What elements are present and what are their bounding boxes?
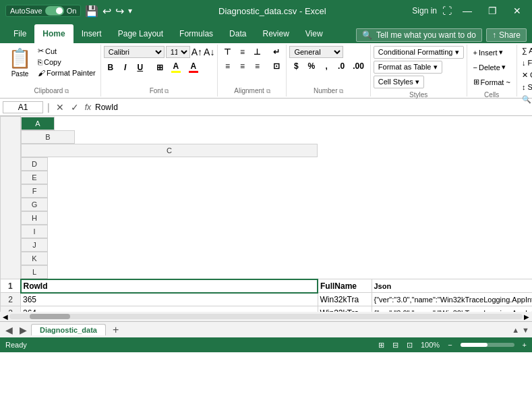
cancel-formula-icon[interactable]: ✕ xyxy=(54,102,66,113)
sort-filter-button[interactable]: ↕ Sort & Filter ▾ xyxy=(520,82,532,92)
comma-button[interactable]: , xyxy=(320,60,333,72)
cell-styles-button[interactable]: Cell Styles ▾ xyxy=(374,76,424,88)
zoom-in-icon[interactable]: + xyxy=(523,341,527,349)
row-number[interactable]: 3 xyxy=(1,306,21,312)
fill-color-button[interactable]: A xyxy=(168,60,184,74)
border-button[interactable]: ⊞ xyxy=(153,61,167,74)
minimize-btn[interactable]: — xyxy=(457,4,477,18)
hscroll-left-icon[interactable]: ◀ xyxy=(3,313,8,321)
format-as-table-button[interactable]: Format as Table ▾ xyxy=(374,61,442,74)
font-name-select[interactable]: Calibri xyxy=(104,46,165,58)
tab-page-layout[interactable]: Page Layout xyxy=(110,24,171,43)
maximize-btn[interactable]: ❐ xyxy=(483,4,502,18)
cell-a[interactable]: RowId xyxy=(21,279,318,293)
col-header-l[interactable]: L xyxy=(21,265,48,279)
autosave-switch[interactable] xyxy=(45,6,64,16)
formula-input[interactable] xyxy=(95,103,529,112)
number-format-select[interactable]: General xyxy=(289,46,343,58)
row-number[interactable]: 2 xyxy=(1,293,21,306)
underline-button[interactable]: U xyxy=(134,61,147,74)
increase-font-icon[interactable]: A↑ xyxy=(191,47,202,57)
align-left-button[interactable]: ≡ xyxy=(220,60,234,72)
currency-button[interactable]: $ xyxy=(289,60,303,72)
merge-cells-button[interactable]: ⊡ xyxy=(270,60,283,72)
cell-a[interactable]: 365 xyxy=(21,293,318,306)
format-cells-button[interactable]: ⊞ Format ~ xyxy=(470,76,514,88)
delete-cells-button[interactable]: − Delete ▾ xyxy=(470,61,509,74)
share-button[interactable]: ↑ Share xyxy=(486,28,527,42)
hscroll-bar[interactable]: ◀ ▶ xyxy=(0,312,532,321)
view-pagebreak-icon[interactable]: ⊡ xyxy=(407,341,413,350)
hscroll-track[interactable] xyxy=(9,314,523,319)
sheet-tab-next-icon[interactable]: ▶ xyxy=(17,325,30,335)
autosum-button[interactable]: ∑ AutoSum ▾ xyxy=(520,46,532,56)
vscroll-down-icon[interactable]: ▼ xyxy=(522,326,529,334)
col-header-g[interactable]: G xyxy=(21,198,48,211)
col-header-e[interactable]: E xyxy=(21,171,48,184)
ribbon-search[interactable]: 🔍 Tell me what you want to do xyxy=(356,28,482,42)
cell-b[interactable]: Win32kTra xyxy=(318,293,372,306)
font-size-select[interactable]: 11 xyxy=(166,46,190,58)
format-painter-button[interactable]: 🖌 Format Painter xyxy=(36,68,98,78)
tab-data[interactable]: Data xyxy=(221,24,254,43)
row-number[interactable]: 1 xyxy=(1,279,21,293)
insert-cells-button[interactable]: + Insert ▾ xyxy=(470,46,506,59)
hscroll-right-icon[interactable]: ▶ xyxy=(524,313,529,321)
tab-file[interactable]: File xyxy=(5,24,34,43)
middle-align-button[interactable]: ≡ xyxy=(235,46,249,58)
tab-view[interactable]: View xyxy=(297,24,331,43)
align-right-button[interactable]: ≡ xyxy=(250,60,264,72)
clear-button[interactable]: ✕ Clear ▾ xyxy=(520,70,532,80)
autosave-toggle[interactable]: AutoSave On xyxy=(5,5,81,17)
fill-button[interactable]: ↓ Fill ▾ xyxy=(520,58,532,68)
cell-reference-input[interactable] xyxy=(3,101,43,113)
col-header-b[interactable]: B xyxy=(21,130,75,144)
signin-link[interactable]: Sign in xyxy=(412,6,437,16)
bold-button[interactable]: B xyxy=(104,61,117,74)
cell-c[interactable]: {"ver":"3.0","name":"Win32kTraceLogging.… xyxy=(372,293,532,306)
increase-decimal-button[interactable]: .00 xyxy=(349,60,367,72)
cut-button[interactable]: ✂ Cut xyxy=(36,46,98,56)
cell-c[interactable]: {"ver":"3.0","name":"Win32kTraceLogging.… xyxy=(372,306,532,312)
top-align-button[interactable]: ⊤ xyxy=(220,46,234,58)
hscroll-thumb[interactable] xyxy=(30,314,70,319)
italic-button[interactable]: I xyxy=(119,61,132,74)
align-center-button[interactable]: ≡ xyxy=(235,60,249,72)
add-sheet-button[interactable]: + xyxy=(110,324,121,336)
grid-wrapper[interactable]: A B C D E F G H I J K L 1RowIdFullNameJs… xyxy=(0,116,532,312)
vscroll-up-icon[interactable]: ▲ xyxy=(512,326,519,334)
zoom-out-icon[interactable]: − xyxy=(448,341,452,349)
cell-b[interactable]: Win32kTra xyxy=(318,306,372,312)
font-color-button[interactable]: A xyxy=(185,60,202,74)
col-header-f[interactable]: F xyxy=(21,184,48,198)
tab-home[interactable]: Home xyxy=(34,24,73,43)
view-normal-icon[interactable]: ⊞ xyxy=(378,341,384,350)
col-header-h[interactable]: H xyxy=(21,211,48,225)
wrap-text-button[interactable]: ↵ xyxy=(270,46,283,58)
sheet-tab-diagnostic[interactable]: Diagnostic_data xyxy=(31,324,106,335)
col-header-k[interactable]: K xyxy=(21,252,48,265)
close-btn[interactable]: ✕ xyxy=(508,4,527,18)
cell-c[interactable]: Json xyxy=(372,279,532,293)
fullscreen-icon[interactable]: ⛶ xyxy=(442,5,452,16)
tab-insert[interactable]: Insert xyxy=(73,24,110,43)
save-icon[interactable]: 💾 xyxy=(85,5,98,18)
conditional-formatting-button[interactable]: Conditional Formatting ▾ xyxy=(374,46,464,59)
copy-button[interactable]: ⎘ Copy xyxy=(36,57,98,67)
percent-button[interactable]: % xyxy=(304,60,318,72)
cell-a[interactable]: 364 xyxy=(21,306,318,312)
cell-b[interactable]: FullName xyxy=(318,279,372,293)
confirm-formula-icon[interactable]: ✓ xyxy=(69,102,81,113)
decrease-font-icon[interactable]: A↓ xyxy=(204,47,214,57)
tab-review[interactable]: Review xyxy=(254,24,297,43)
col-header-a[interactable]: A xyxy=(21,117,55,130)
tab-formulas[interactable]: Formulas xyxy=(171,24,221,43)
paste-button[interactable]: 📋 Paste xyxy=(5,46,34,79)
col-header-i[interactable]: I xyxy=(21,225,48,238)
zoom-slider[interactable] xyxy=(461,343,514,347)
decrease-decimal-button[interactable]: .0 xyxy=(334,60,348,72)
bottom-align-button[interactable]: ⊥ xyxy=(250,46,264,58)
undo-icon[interactable]: ↩ xyxy=(102,5,111,18)
col-header-d[interactable]: D xyxy=(21,157,48,171)
col-header-j[interactable]: J xyxy=(21,238,48,252)
